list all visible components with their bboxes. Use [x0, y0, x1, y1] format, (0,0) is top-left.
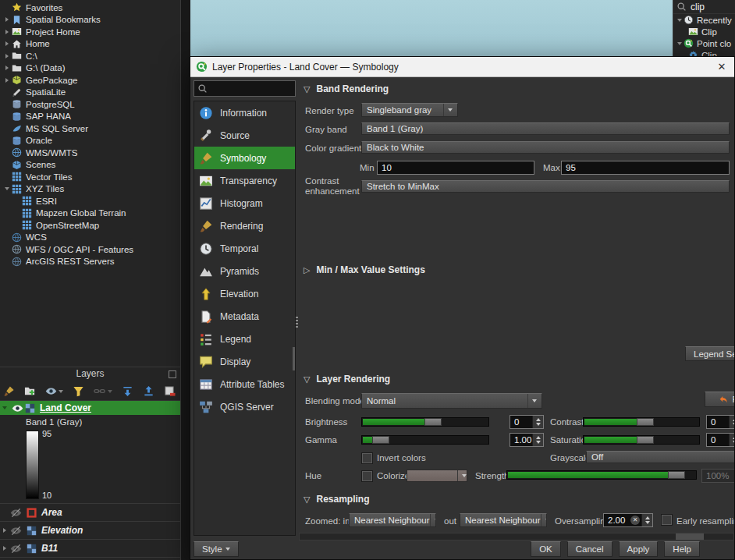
- visibility-eye-off-icon[interactable]: [9, 507, 25, 519]
- saturation-spinbox[interactable]: 0: [706, 433, 735, 447]
- invert-colors-checkbox[interactable]: [361, 452, 373, 464]
- scrollbar-thumb[interactable]: [676, 533, 704, 540]
- tab-metadata[interactable]: Metadata: [194, 305, 295, 328]
- ok-button[interactable]: OK: [531, 541, 561, 557]
- tab-transparency[interactable]: Transparency: [194, 169, 295, 192]
- processing-item-clip-2[interactable]: Clip: [673, 49, 735, 56]
- spin-arrows[interactable]: [729, 434, 735, 446]
- layer-row-b11[interactable]: B11: [0, 539, 180, 557]
- browser-item-mssql[interactable]: MS SQL Server: [0, 122, 180, 135]
- processing-item-clip[interactable]: Clip: [673, 26, 735, 37]
- browser-item-scenes[interactable]: Scenes: [0, 159, 180, 172]
- close-icon[interactable]: ✕: [715, 61, 729, 73]
- browser-item-project-home[interactable]: Project Home: [0, 26, 180, 38]
- tab-pyramids[interactable]: Pyramids: [194, 260, 295, 282]
- early-resampling-checkbox[interactable]: [661, 514, 673, 526]
- browser-item-favorites[interactable]: Favorites: [0, 2, 180, 14]
- colorize-checkbox[interactable]: [361, 470, 373, 482]
- browser-item-wms[interactable]: WMS/WMTS: [0, 147, 180, 159]
- blending-mode-select[interactable]: Normal: [361, 393, 542, 409]
- visibility-eye-off-icon[interactable]: [9, 525, 25, 537]
- expander-icon[interactable]: [2, 78, 11, 83]
- expander-icon[interactable]: [2, 54, 11, 58]
- expander-icon[interactable]: [2, 17, 11, 22]
- browser-item-openstreetmap[interactable]: OpenStreetMap: [0, 219, 180, 232]
- sidebar-search-input[interactable]: [194, 80, 296, 97]
- browser-item-mapzen[interactable]: Mapzen Global Terrain: [0, 207, 180, 220]
- grayscale-select[interactable]: Off: [586, 451, 735, 463]
- browser-item-sap-hana[interactable]: SAP HANA: [0, 111, 180, 123]
- spin-arrows[interactable]: [729, 416, 735, 428]
- layer-rendering-header[interactable]: ▽Layer Rendering: [304, 374, 390, 385]
- legend-settings-button[interactable]: Legend Settings: [685, 346, 735, 361]
- browser-item-spatialite[interactable]: SpatiaLite: [0, 87, 180, 99]
- expander-icon[interactable]: [2, 187, 11, 190]
- spin-arrows[interactable]: [532, 416, 543, 428]
- filter-legend-button[interactable]: [73, 385, 84, 397]
- tab-rendering[interactable]: Rendering: [194, 214, 295, 237]
- expander-icon[interactable]: [676, 19, 683, 22]
- tab-information[interactable]: Information: [194, 101, 295, 124]
- collapse-icon[interactable]: ▽: [304, 494, 310, 505]
- visibility-eye-off-icon[interactable]: [9, 543, 25, 555]
- expander-icon[interactable]: [2, 30, 11, 34]
- clear-icon[interactable]: ✕: [630, 516, 640, 525]
- expander-icon[interactable]: [2, 41, 11, 46]
- colorize-color-swatch[interactable]: [407, 470, 467, 482]
- strength-slider[interactable]: [506, 470, 697, 480]
- cancel-button[interactable]: Cancel: [567, 541, 612, 557]
- browser-item-oracle[interactable]: Oracle: [0, 135, 180, 147]
- browser-item-postgresql[interactable]: PostgreSQL: [0, 98, 180, 111]
- gray-band-select[interactable]: Band 1 (Gray): [361, 122, 730, 135]
- zoomed-out-select[interactable]: Nearest Neighbour: [460, 513, 547, 527]
- browser-item-arcgis[interactable]: ArcGIS REST Servers: [0, 256, 180, 268]
- tab-attribute-tables[interactable]: Attribute Tables: [194, 373, 295, 395]
- collapse-icon[interactable]: ▽: [304, 374, 310, 385]
- processing-group-recently[interactable]: Recently: [673, 14, 735, 26]
- brightness-spinbox[interactable]: 0: [510, 415, 544, 429]
- browser-item-g-drive[interactable]: G:\ (Data): [0, 62, 180, 75]
- spin-arrows[interactable]: [532, 434, 543, 446]
- brightness-slider[interactable]: [361, 417, 489, 427]
- expand-all-button[interactable]: [122, 385, 133, 397]
- tab-source[interactable]: Source: [194, 124, 295, 147]
- reset-button[interactable]: Reset: [705, 392, 735, 407]
- expander-icon[interactable]: [0, 406, 9, 409]
- expander-icon[interactable]: [676, 42, 683, 45]
- open-layer-styling-button[interactable]: [3, 385, 15, 397]
- gamma-slider[interactable]: [361, 435, 489, 445]
- contrast-spinbox[interactable]: 0: [706, 415, 735, 429]
- zoomed-in-select[interactable]: Nearest Neighbour: [349, 513, 436, 527]
- browser-item-home[interactable]: Home: [0, 38, 180, 51]
- layer-row-partial[interactable]: [0, 557, 180, 560]
- tab-symbology[interactable]: Symbology: [194, 147, 295, 169]
- expander-icon[interactable]: [0, 546, 9, 551]
- band-rendering-header[interactable]: ▽Band Rendering: [304, 83, 389, 94]
- tab-qgis-server[interactable]: QGIS Server: [194, 395, 295, 418]
- apply-button[interactable]: Apply: [619, 541, 659, 557]
- browser-item-c-drive[interactable]: C:\: [0, 50, 180, 62]
- layer-row-land-cover[interactable]: Land Cover: [0, 401, 180, 415]
- dialog-titlebar[interactable]: Layer Properties - Land Cover — Symbolog…: [190, 57, 734, 77]
- browser-item-geopackage[interactable]: GeoPackage: [0, 74, 180, 87]
- max-input[interactable]: 95: [561, 161, 730, 175]
- tab-display[interactable]: Display: [194, 350, 295, 373]
- map-canvas[interactable]: [190, 0, 673, 56]
- layer-row-elevation[interactable]: Elevation: [0, 521, 180, 539]
- expander-icon[interactable]: [0, 528, 9, 533]
- tab-elevation[interactable]: Elevation: [194, 282, 295, 305]
- visibility-eye-icon[interactable]: [9, 402, 25, 414]
- style-button[interactable]: Style: [194, 541, 239, 557]
- processing-group-point-cloud[interactable]: Point clo: [673, 37, 735, 49]
- collapse-all-button[interactable]: [143, 385, 154, 397]
- tab-temporal[interactable]: Temporal: [194, 237, 295, 260]
- browser-item-wcs[interactable]: WCS: [0, 232, 180, 244]
- minmax-settings-header[interactable]: ▷Min / Max Value Settings: [304, 264, 425, 275]
- min-input[interactable]: 10: [377, 161, 534, 175]
- float-panel-icon[interactable]: [169, 370, 176, 378]
- spin-arrows[interactable]: [641, 514, 652, 526]
- expander-icon[interactable]: [2, 66, 11, 70]
- layer-row-area[interactable]: Area: [0, 503, 180, 521]
- saturation-slider[interactable]: [583, 435, 700, 445]
- tab-histogram[interactable]: Histogram: [194, 192, 295, 214]
